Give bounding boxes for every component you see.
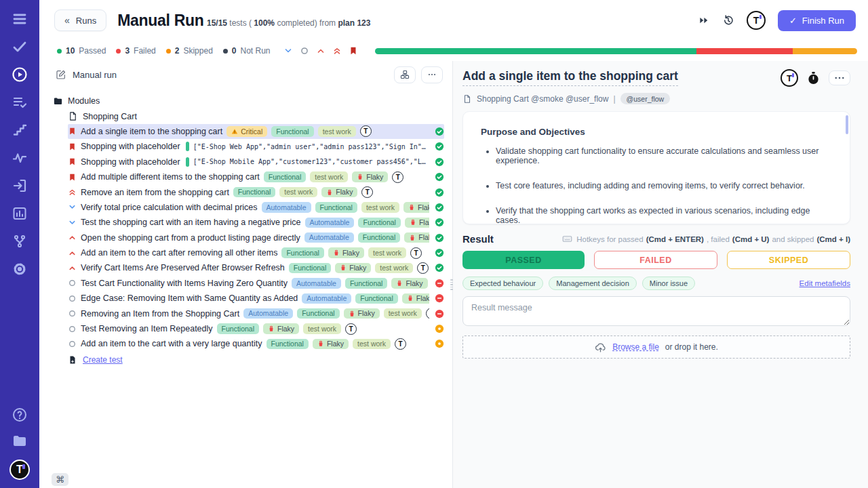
priority-bookmark-icon [68, 142, 77, 151]
badge-flaky: Flaky [405, 218, 429, 228]
badge-functional: Functional [355, 293, 397, 304]
failed-button[interactable]: FAILED [594, 251, 717, 269]
scrollbar-thumb[interactable] [846, 115, 848, 134]
assignee-avatar: T [361, 186, 373, 198]
status-passed-icon [435, 172, 444, 182]
more-options-button[interactable] [421, 66, 443, 83]
finish-run-button[interactable]: ✓ Finish Run [778, 10, 856, 31]
filter-bookmark-icon[interactable] [349, 46, 358, 56]
filter-chevron-down-icon[interactable] [283, 46, 293, 56]
git-branch-icon[interactable] [12, 233, 28, 249]
test-row[interactable]: Shopping with placeholder["E-Shop Mobile… [68, 155, 444, 169]
test-row[interactable]: Verify Cart Items Are Preserved After Br… [68, 260, 444, 275]
metafield-pill[interactable]: Expected behaviour [462, 277, 543, 290]
test-title: Add multiple different items to the shop… [81, 172, 260, 182]
status-failed-icon [435, 279, 444, 288]
filter-circle-o-icon[interactable] [300, 46, 309, 56]
folder-icon[interactable] [12, 433, 28, 449]
badge-functional: Functional [345, 278, 387, 289]
run-header: « Runs Manual Run 15/15 tests ( 100% com… [39, 0, 868, 41]
bar-chart-icon[interactable] [12, 205, 28, 222]
app-logo[interactable]: T [9, 460, 30, 480]
fast-forward-icon[interactable] [698, 14, 710, 26]
fries-icon [326, 189, 333, 196]
objective-bullet: Validate shopping cart functionality to … [496, 146, 832, 165]
command-shortcut-button[interactable]: ⌘ [52, 473, 68, 486]
status-dot [166, 49, 171, 54]
retry-timer-icon[interactable] [722, 14, 734, 26]
test-title: Add a single item to the shopping cart [81, 127, 222, 136]
steps-icon[interactable] [12, 122, 28, 138]
folder-icon [53, 96, 63, 106]
document-icon [68, 111, 78, 121]
menu-icon[interactable] [12, 11, 28, 27]
priority-circle-o-icon [68, 279, 77, 287]
metafield-pill[interactable]: Management decision [549, 277, 637, 290]
fries-icon [409, 235, 416, 241]
run-meta: 15/15 tests ( 100% completed) from plan … [207, 18, 371, 28]
result-heading: Result [462, 233, 494, 245]
status-dot [223, 49, 228, 54]
badge-functional: Functional [281, 247, 323, 258]
modules-folder-row[interactable]: Modules [53, 94, 444, 108]
badge-flaky: Flaky [313, 339, 349, 350]
help-icon[interactable] [12, 407, 28, 423]
test-row[interactable]: Add an item to the cart after removing a… [68, 245, 444, 260]
stats-bar: 10 Passed 3 Failed 2 Skipped 0 Not Run [39, 41, 868, 61]
suite-row-shopping-cart[interactable]: Shopping Cart [68, 108, 444, 123]
fries-icon [408, 204, 415, 211]
login-icon[interactable] [12, 178, 28, 194]
breadcrumb: Shopping Cart @smoke @user_flow [477, 94, 608, 104]
settings-icon[interactable] [12, 261, 28, 277]
test-row[interactable]: Edge Case: Removing Item with Same Quant… [68, 291, 444, 306]
badge-testwork: test work [361, 202, 399, 213]
filter-chevron-up-icon[interactable] [316, 46, 326, 56]
test-row[interactable]: Test Cart Functionality with Items Havin… [68, 276, 444, 291]
assignee-avatar[interactable]: T [781, 69, 798, 87]
create-test-link[interactable]: Create test [83, 355, 123, 365]
test-row[interactable]: Add an item to the cart with a very larg… [68, 336, 444, 351]
suite-tree-button[interactable] [394, 66, 416, 83]
test-row[interactable]: Open the shopping cart from a product li… [68, 230, 444, 245]
activity-icon[interactable] [12, 150, 28, 166]
passed-button[interactable]: PASSED [462, 251, 585, 269]
test-title[interactable]: Add a single item to the shopping cart [462, 69, 678, 86]
priority-circle-o-icon [68, 294, 77, 303]
test-title: Removing an Item from the Shopping Cart [81, 309, 239, 319]
fries-icon [396, 280, 403, 287]
test-title: Open the shopping cart from a product li… [81, 233, 300, 243]
test-row[interactable]: Test Removing an Item RepeatedlyFunction… [68, 321, 444, 336]
test-row[interactable]: Remove an item from the shopping cartFun… [68, 184, 444, 199]
filter-chevrons-up-icon[interactable] [332, 46, 342, 56]
result-message-input[interactable] [462, 296, 850, 326]
list-check-icon[interactable] [12, 94, 28, 110]
test-row[interactable]: Add multiple different items to the shop… [68, 169, 444, 184]
badge-testwork: test work [303, 323, 341, 334]
test-row[interactable]: Test the shopping cart with an item havi… [68, 215, 444, 230]
test-title: Verify Cart Items Are Preserved After Br… [81, 263, 285, 272]
edit-icon[interactable] [56, 69, 66, 80]
test-row[interactable]: Add a single item to the shopping cartCr… [68, 124, 444, 139]
user-avatar[interactable]: T [747, 11, 766, 30]
test-row[interactable]: Verify total price calculation with deci… [68, 200, 444, 215]
tag-badge[interactable]: @user_flow [620, 93, 671, 104]
test-title: Add an item to the cart with a very larg… [81, 339, 262, 348]
test-row[interactable]: Removing an Item from the Shopping CartA… [68, 306, 444, 321]
browse-file-link[interactable]: Browse a file [612, 342, 659, 352]
skipped-button[interactable]: SKIPPED [727, 251, 850, 269]
badge-testwork: test work [353, 339, 391, 350]
stopwatch-icon[interactable] [806, 71, 821, 85]
play-circle-icon[interactable] [12, 66, 28, 83]
metafield-pill[interactable]: Minor issue [642, 277, 695, 290]
more-options-button[interactable] [829, 70, 850, 85]
edit-metafields-link[interactable]: Edit metafields [800, 279, 850, 287]
check-icon[interactable] [12, 39, 28, 55]
fries-icon [410, 219, 416, 226]
status-passed-icon [435, 203, 444, 212]
test-list-panel: Manual run Modules Shopping Cart Add a s… [39, 61, 453, 488]
file-drop-area[interactable]: Browse a file or drop it here. [462, 336, 850, 359]
test-row[interactable]: Shopping with placeholder["E-Shop Web Ap… [68, 139, 444, 154]
test-title: Remove an item from the shopping cart [81, 188, 229, 197]
stat-not-run: 0 Not Run [223, 46, 271, 56]
back-to-runs-button[interactable]: « Runs [54, 9, 106, 31]
